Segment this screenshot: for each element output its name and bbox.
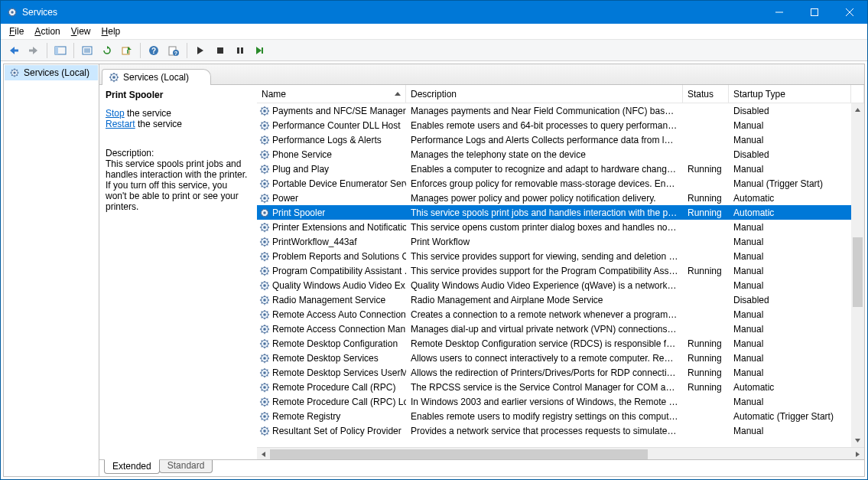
svg-rect-30	[237, 47, 239, 54]
table-row[interactable]: Portable Device Enumerator Servi...Enfor…	[257, 176, 851, 191]
table-row[interactable]: PowerManages power policy and power poli…	[257, 191, 851, 205]
service-description: Enforces group policy for removable mass…	[406, 178, 683, 189]
table-row[interactable]: Printer Extensions and Notificatio...Thi…	[257, 220, 851, 234]
service-status: Running	[683, 207, 729, 218]
service-status: Running	[683, 353, 729, 364]
service-description: Manages the telephony state on the devic…	[406, 149, 683, 160]
table-row[interactable]: Resultant Set of Policy ProviderProvides…	[257, 423, 851, 438]
console-tree[interactable]: Services (Local)	[3, 64, 99, 477]
help-button[interactable]: ?	[145, 41, 163, 60]
scroll-up-arrow-icon[interactable]	[851, 103, 864, 116]
scroll-left-arrow-icon[interactable]	[257, 448, 270, 461]
table-row[interactable]: Problem Reports and Solutions C...This s…	[257, 249, 851, 263]
stop-service-link[interactable]: Stop	[106, 108, 125, 119]
restart-service-button[interactable]	[251, 41, 269, 60]
show-hide-tree-button[interactable]	[51, 41, 70, 60]
gear-icon	[258, 309, 270, 320]
pause-service-button[interactable]	[231, 41, 249, 60]
menu-file[interactable]: File	[4, 24, 29, 38]
table-body[interactable]: Payments and NFC/SE ManagerManages payme…	[257, 103, 851, 447]
start-service-button[interactable]	[191, 41, 210, 60]
service-startup-type: Manual (Trigger Start)	[729, 178, 851, 189]
menu-help[interactable]: Help	[96, 24, 126, 38]
horizontal-scrollbar[interactable]	[257, 447, 864, 460]
table-row[interactable]: Radio Management ServiceRadio Management…	[257, 292, 851, 307]
table-row[interactable]: Phone ServiceManages the telephony state…	[257, 147, 851, 162]
properties-button[interactable]	[78, 41, 96, 60]
gear-icon	[258, 119, 270, 131]
restart-service-link[interactable]: Restart	[106, 119, 135, 129]
column-header-description[interactable]: Description	[406, 85, 683, 103]
service-name: Payments and NFC/SE Manager	[272, 106, 406, 116]
service-name: Resultant Set of Policy Provider	[272, 426, 401, 436]
tab-standard[interactable]: Standard	[159, 460, 213, 473]
service-name: Remote Procedure Call (RPC)	[272, 382, 395, 393]
back-button[interactable]	[5, 41, 23, 60]
gear-icon	[258, 352, 270, 364]
gear-icon	[258, 381, 270, 393]
table-row[interactable]: Remote Desktop Services UserM...Allows t…	[257, 365, 851, 380]
table-row[interactable]: Remote Desktop ServicesAllows users to c…	[257, 351, 851, 365]
service-startup-type: Automatic (Trigger Start)	[729, 411, 851, 422]
scroll-track[interactable]	[270, 448, 851, 461]
stop-service-button[interactable]	[211, 41, 229, 60]
table-row[interactable]: Performance Counter DLL HostEnables remo…	[257, 118, 851, 132]
scroll-thumb[interactable]	[270, 449, 648, 459]
gear-icon	[258, 294, 270, 305]
tab-extended[interactable]: Extended	[104, 459, 160, 474]
pane-header-tab: Services (Local)	[102, 69, 211, 85]
toolbar-separator	[140, 43, 141, 58]
table-row[interactable]: Remote RegistryEnables remote users to m…	[257, 409, 851, 423]
column-header-startup[interactable]: Startup Type	[729, 85, 851, 103]
table-row[interactable]: Performance Logs & AlertsPerformance Log…	[257, 132, 851, 147]
service-name: Remote Desktop Configuration	[272, 338, 398, 349]
svg-rect-14	[14, 49, 18, 51]
refresh-button[interactable]	[98, 41, 116, 60]
scroll-right-arrow-icon[interactable]	[851, 448, 864, 461]
forward-button[interactable]	[24, 41, 43, 60]
help-topic-button[interactable]: ?	[164, 41, 183, 60]
close-button[interactable]	[832, 1, 867, 24]
table-row[interactable]: Remote Procedure Call (RPC) Lo...In Wind…	[257, 394, 851, 409]
service-startup-type: Automatic	[729, 382, 851, 393]
service-description: Provides a network service that processe…	[406, 426, 683, 436]
service-startup-type: Manual	[729, 120, 851, 131]
table-row[interactable]: Remote Access Auto Connection...Creates …	[257, 307, 851, 322]
scroll-track[interactable]	[851, 116, 864, 434]
table-row[interactable]: Program Compatibility Assistant ...This …	[257, 263, 851, 278]
service-description: This service opens custom printer dialog…	[406, 222, 683, 233]
table-row[interactable]: Remote Desktop ConfigurationRemote Deskt…	[257, 336, 851, 351]
menu-action[interactable]: Action	[29, 24, 65, 38]
service-detail-panel: Print Spooler Stop the service Restart t…	[99, 85, 257, 460]
menu-view[interactable]: View	[66, 24, 96, 38]
gear-icon	[258, 134, 270, 145]
gear-icon	[258, 279, 270, 291]
service-startup-type: Manual	[729, 426, 851, 436]
minimize-button[interactable]	[762, 1, 797, 24]
service-name: Plug and Play	[272, 164, 329, 175]
export-button[interactable]	[118, 41, 136, 60]
table-row[interactable]: PrintWorkflow_443afPrint WorkflowManual	[257, 234, 851, 249]
description-text: This service spools print jobs and handl…	[106, 158, 251, 212]
table-row[interactable]: Remote Access Connection Man...Manages d…	[257, 322, 851, 336]
table-row[interactable]: Print SpoolerThis service spools print j…	[257, 205, 851, 220]
table-row[interactable]: Quality Windows Audio Video Ex...Quality…	[257, 278, 851, 292]
scroll-down-arrow-icon[interactable]	[851, 434, 864, 447]
panel-body: Print Spooler Stop the service Restart t…	[99, 84, 864, 460]
maximize-button[interactable]	[797, 1, 832, 24]
gear-icon	[258, 149, 270, 160]
selected-service-title: Print Spooler	[106, 90, 251, 100]
table-row[interactable]: Payments and NFC/SE ManagerManages payme…	[257, 103, 851, 118]
column-header-status[interactable]: Status	[683, 85, 729, 103]
service-startup-type: Manual	[729, 237, 851, 247]
gear-icon	[258, 163, 270, 175]
vertical-scrollbar[interactable]	[851, 103, 864, 447]
table-row[interactable]: Plug and PlayEnables a computer to recog…	[257, 162, 851, 176]
services-table: Name Description Status Startup Type Pay…	[257, 85, 864, 460]
service-startup-type: Manual	[729, 353, 851, 364]
table-row[interactable]: Remote Procedure Call (RPC)The RPCSS ser…	[257, 380, 851, 394]
tree-node-services-local[interactable]: Services (Local)	[5, 65, 98, 80]
column-header-name[interactable]: Name	[257, 85, 406, 103]
scroll-thumb[interactable]	[853, 237, 863, 307]
service-startup-type: Manual	[729, 280, 851, 291]
